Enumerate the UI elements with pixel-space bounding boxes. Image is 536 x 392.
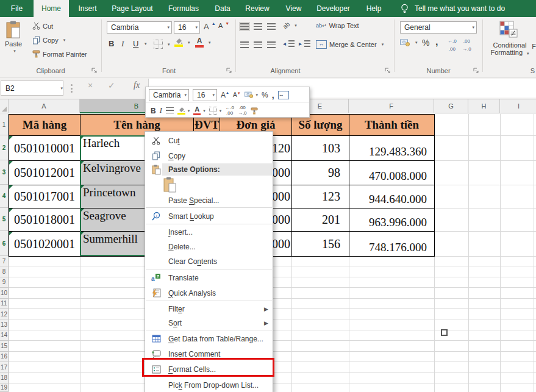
increase-indent-button[interactable]: ▸ [299, 40, 310, 47]
row-header-7[interactable]: 7 [0, 256, 9, 266]
row-header-18[interactable]: 18 [0, 372, 9, 383]
tab-data[interactable]: Data [209, 0, 237, 17]
row-header-16[interactable]: 16 [0, 352, 9, 362]
mini-font-name-combo[interactable]: Cambria▾ [149, 89, 189, 101]
column-header-h[interactable]: H [468, 99, 500, 113]
menu-item-clear-contents[interactable]: Clear Contents [145, 254, 273, 269]
bold-button[interactable]: B [109, 39, 114, 48]
column-header-f[interactable]: F [349, 99, 434, 113]
tab-file[interactable]: File [0, 0, 34, 17]
menu-item-filter[interactable]: Filter ▶ [145, 302, 273, 316]
mini-increase-decimal-button[interactable]: ←.0.00 [225, 105, 234, 116]
tab-view[interactable]: View [278, 0, 309, 17]
mini-merge-center-button[interactable]: ↔ [278, 91, 289, 99]
name-box-arrow[interactable]: ▾ [60, 86, 63, 91]
row-header-19[interactable]: 19 [0, 383, 9, 392]
align-left-button[interactable] [240, 41, 249, 48]
font-size-combo[interactable]: 16▾ [174, 21, 200, 34]
middle-align-button[interactable] [254, 23, 262, 30]
tab-help[interactable]: Help [357, 0, 390, 17]
increase-decimal-button[interactable]: ←.0.00 [448, 39, 457, 52]
cell-f6[interactable]: 748.176.000 [349, 232, 435, 257]
cell-f5[interactable]: 963.996.000 [349, 208, 435, 232]
menu-item-quick-analysis[interactable]: Quick Analysis [145, 285, 273, 301]
mini-comma-button[interactable]: , [272, 90, 274, 100]
menu-item-insert[interactable]: Insert... [145, 225, 273, 240]
cell-a3[interactable]: 0501012001 [9, 161, 80, 185]
cell-e6[interactable]: 156 [292, 232, 349, 257]
insert-function-button[interactable]: fx [134, 80, 140, 90]
number-format-arrow[interactable]: ▾ [472, 25, 474, 30]
cut-button[interactable]: Cut [32, 22, 53, 30]
tell-me-search[interactable]: Tell me what you want to do [400, 0, 505, 17]
header-cell-ma-hang[interactable]: Mã hàng [9, 115, 80, 136]
align-center-button[interactable] [254, 41, 262, 48]
number-dialog-launcher[interactable] [473, 68, 479, 74]
menu-item-get-data[interactable]: Get Data from Table/Range... [145, 331, 273, 346]
row-header-12[interactable]: 12 [0, 309, 9, 319]
accounting-arrow[interactable]: ▾ [415, 40, 418, 45]
row-header-9[interactable]: 9 [0, 277, 9, 288]
cell-f3[interactable]: 470.008.000 [349, 161, 435, 185]
top-align-button[interactable] [240, 23, 249, 30]
row-header-14[interactable]: 14 [0, 330, 9, 341]
tab-page-layout[interactable]: Page Layout [106, 0, 159, 17]
mini-percent-button[interactable]: % [262, 91, 268, 99]
shrink-font-button[interactable]: A▼ [218, 22, 229, 29]
row-header-1[interactable]: 1 [0, 114, 9, 135]
menu-item-pick-from-list[interactable]: Pick From Drop-down List... [145, 377, 273, 392]
merge-center-arrow[interactable]: ▾ [382, 42, 384, 47]
tab-insert[interactable]: Insert [69, 0, 106, 17]
cancel-entry-button[interactable]: × [88, 80, 93, 90]
cell-e3[interactable]: 98 [292, 161, 349, 185]
font-color-arrow[interactable]: ▾ [209, 40, 211, 45]
italic-button[interactable]: I [121, 39, 124, 49]
cell-a6[interactable]: 0501020001 [9, 232, 80, 257]
alignment-dialog-launcher[interactable] [385, 68, 391, 74]
grow-font-button[interactable]: A▲ [204, 22, 216, 31]
tab-formulas[interactable]: Formulas [159, 0, 209, 17]
tab-developer[interactable]: Developer [309, 0, 357, 17]
row-header-2[interactable]: 2 [0, 135, 9, 160]
merge-center-button[interactable]: ↔ Merge & Center ▾ [316, 40, 384, 49]
header-cell-thanh-tien[interactable]: Thành tiền [349, 115, 435, 136]
cell-a5[interactable]: 0501018001 [9, 208, 80, 232]
mini-bold-button[interactable]: B [151, 107, 156, 115]
row-header-11[interactable]: 11 [0, 299, 9, 309]
format-as-table-partial[interactable]: F [532, 43, 536, 50]
copy-button[interactable]: Copy ▾ [32, 36, 65, 45]
mini-accounting-button[interactable]: ▾ [245, 91, 259, 98]
underline-button[interactable]: U [133, 39, 138, 48]
mini-borders-button[interactable]: ▾ [209, 107, 222, 115]
mini-align-center-button[interactable] [166, 107, 174, 114]
borders-button[interactable]: ▾ [154, 40, 170, 49]
row-header-17[interactable]: 17 [0, 362, 9, 372]
mini-decrease-decimal-button[interactable]: .00→.0 [238, 105, 247, 116]
cell-a4[interactable]: 0501017001 [9, 185, 80, 208]
accounting-format-button[interactable]: ▾ [400, 39, 418, 46]
row-header-15[interactable]: 15 [0, 341, 9, 351]
mini-format-painter-button[interactable] [251, 107, 258, 115]
underline-dropdown-arrow[interactable]: ▾ [142, 41, 147, 46]
menu-item-copy[interactable]: Copy [145, 148, 273, 163]
paste-button[interactable]: Paste ▾ [5, 21, 22, 54]
orientation-button[interactable]: ab▾ [283, 22, 297, 29]
font-dialog-launcher[interactable] [226, 68, 232, 74]
menu-item-translate[interactable]: a Translate [145, 270, 273, 285]
mini-font-size-combo[interactable]: 16▾ [193, 89, 217, 101]
cell-f2[interactable]: 129.483.360 [349, 136, 435, 161]
name-box[interactable]: B2 ▾ [1, 80, 63, 96]
font-size-arrow[interactable]: ▾ [195, 25, 198, 30]
menu-item-delete[interactable]: Delete... [145, 240, 273, 254]
cell-e2[interactable]: 103 [292, 136, 349, 161]
wrap-text-button[interactable]: ab↵ Wrap Text [316, 22, 359, 29]
menu-paste-option-button[interactable] [145, 176, 273, 194]
select-all-button[interactable] [0, 99, 9, 113]
menu-item-sort[interactable]: Sort ▶ [145, 316, 273, 330]
font-name-combo[interactable]: Cambria▾ [107, 21, 172, 34]
font-color-button[interactable]: A ▾ [195, 37, 211, 48]
decrease-indent-button[interactable]: ◂ [283, 40, 295, 47]
font-name-arrow[interactable]: ▾ [167, 25, 170, 30]
column-header-g[interactable]: G [434, 99, 468, 113]
row-header-13[interactable]: 13 [0, 319, 9, 330]
